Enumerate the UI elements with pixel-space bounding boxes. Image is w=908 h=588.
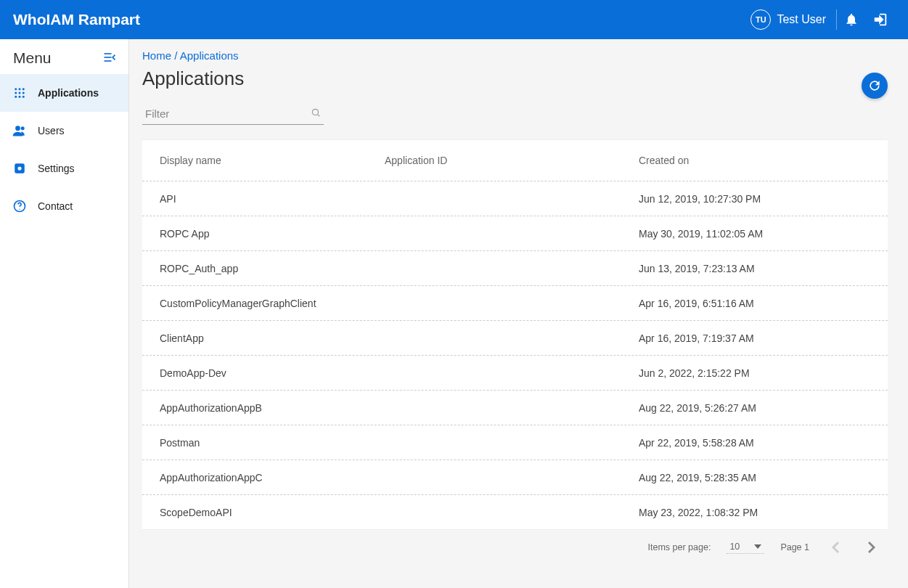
sidebar-item-applications[interactable]: Applications: [0, 74, 128, 112]
cell-display-name: ROPC_Auth_app: [145, 263, 385, 274]
cell-created-on: Aug 22, 2019, 5:26:27 AM: [639, 402, 885, 414]
table-row[interactable]: AppAuthorizationAppCAug 22, 2019, 5:28:3…: [142, 460, 888, 494]
page-label: Page 1: [780, 542, 809, 552]
top-bar: WhoIAM Rampart TU Test User: [0, 0, 908, 39]
collapse-menu-icon[interactable]: [102, 50, 117, 67]
table-row[interactable]: CustomPolicyManagerGraphClientApr 16, 20…: [142, 285, 888, 320]
table-row[interactable]: DemoApp-DevJun 2, 2022, 2:15:22 PM: [142, 355, 888, 390]
breadcrumb: Home / Applications: [142, 49, 888, 62]
svg-point-15: [17, 166, 21, 170]
svg-point-5: [23, 88, 25, 90]
col-created-on[interactable]: Created on: [639, 155, 885, 166]
grid-icon: [12, 86, 28, 99]
table-header: Display name Application ID Created on: [142, 140, 888, 181]
cell-created-on: May 23, 2022, 1:08:32 PM: [639, 507, 885, 518]
cell-created-on: May 30, 2019, 11:02:05 AM: [639, 228, 885, 240]
svg-point-9: [15, 96, 17, 98]
svg-point-8: [23, 92, 25, 94]
help-icon: [12, 199, 28, 213]
items-per-page-select[interactable]: 10: [727, 540, 764, 554]
svg-point-10: [19, 96, 21, 98]
table-row[interactable]: AppAuthorizationAppBAug 22, 2019, 5:26:2…: [142, 390, 888, 425]
sidebar: Menu ApplicationsUsersSettingsContact: [0, 39, 129, 588]
cell-created-on: Jun 2, 2022, 2:15:22 PM: [639, 367, 885, 379]
sidebar-item-settings[interactable]: Settings: [0, 150, 128, 187]
cell-display-name: API: [145, 193, 385, 205]
cell-created-on: Apr 16, 2019, 7:19:37 AM: [639, 332, 885, 344]
search-icon: [311, 107, 321, 120]
user-menu[interactable]: TU Test User: [750, 9, 837, 30]
page-title: Applications: [142, 68, 862, 90]
menu-title: Menu: [13, 49, 52, 67]
cell-display-name: ScopeDemoAPI: [145, 507, 385, 518]
svg-point-13: [21, 126, 25, 130]
table-row[interactable]: PostmanApr 22, 2019, 5:58:28 AM: [142, 425, 888, 460]
table-row[interactable]: ROPC_Auth_appJun 13, 2019, 7:23:13 AM: [142, 250, 888, 285]
svg-point-17: [19, 209, 20, 210]
items-per-page-label: Items per page:: [648, 542, 711, 552]
prev-page-button[interactable]: [825, 542, 846, 553]
refresh-button[interactable]: [862, 73, 888, 99]
chevron-down-icon: [754, 544, 761, 549]
sidebar-item-label: Settings: [38, 163, 75, 174]
svg-point-4: [19, 88, 21, 90]
sidebar-item-label: Applications: [38, 87, 99, 99]
settings-icon: [12, 162, 28, 175]
cell-created-on: Apr 16, 2019, 6:51:16 AM: [639, 298, 885, 309]
svg-point-6: [15, 92, 17, 94]
col-application-id[interactable]: Application ID: [385, 155, 639, 166]
items-per-page-value: 10: [729, 542, 740, 552]
user-name: Test User: [777, 13, 826, 26]
svg-point-11: [23, 96, 25, 98]
sidebar-item-contact[interactable]: Contact: [0, 187, 128, 225]
sidebar-item-label: Users: [38, 125, 65, 136]
breadcrumb-home[interactable]: Home: [142, 49, 171, 62]
svg-line-19: [318, 115, 320, 117]
next-page-button[interactable]: [862, 542, 882, 553]
breadcrumb-sep: /: [174, 49, 177, 62]
cell-created-on: Jun 13, 2019, 7:23:13 AM: [639, 263, 885, 274]
sidebar-item-users[interactable]: Users: [0, 112, 128, 150]
cell-display-name: DemoApp-Dev: [145, 367, 385, 379]
svg-point-3: [15, 88, 17, 90]
table-row[interactable]: ClientAppApr 16, 2019, 7:19:37 AM: [142, 320, 888, 355]
table-row[interactable]: APIJun 12, 2019, 10:27:30 PM: [142, 181, 888, 216]
cell-display-name: Postman: [145, 437, 385, 449]
cell-display-name: ClientApp: [145, 332, 385, 344]
cell-created-on: Jun 12, 2019, 10:27:30 PM: [639, 193, 885, 205]
filter-input[interactable]: [142, 103, 324, 125]
app-title: WhoIAM Rampart: [13, 11, 750, 28]
svg-point-18: [312, 109, 318, 115]
cell-created-on: Apr 22, 2019, 5:58:28 AM: [639, 437, 885, 449]
avatar: TU: [750, 9, 771, 30]
cell-display-name: CustomPolicyManagerGraphClient: [145, 298, 385, 309]
breadcrumb-current[interactable]: Applications: [180, 49, 239, 62]
col-display-name[interactable]: Display name: [145, 155, 385, 166]
svg-point-12: [15, 126, 20, 131]
table-row[interactable]: ScopeDemoAPIMay 23, 2022, 1:08:32 PM: [142, 494, 888, 529]
paginator: Items per page: 10 Page 1: [142, 530, 888, 557]
users-icon: [12, 123, 28, 138]
cell-display-name: AppAuthorizationAppC: [145, 472, 385, 483]
applications-table: Display name Application ID Created on A…: [142, 139, 888, 530]
svg-point-7: [19, 92, 21, 94]
logout-icon[interactable]: [866, 12, 895, 28]
table-row[interactable]: ROPC AppMay 30, 2019, 11:02:05 AM: [142, 216, 888, 250]
cell-display-name: AppAuthorizationAppB: [145, 402, 385, 414]
cell-created-on: Aug 22, 2019, 5:28:35 AM: [639, 472, 885, 483]
cell-display-name: ROPC App: [145, 228, 385, 240]
bell-icon[interactable]: [837, 12, 866, 27]
sidebar-item-label: Contact: [38, 200, 73, 212]
